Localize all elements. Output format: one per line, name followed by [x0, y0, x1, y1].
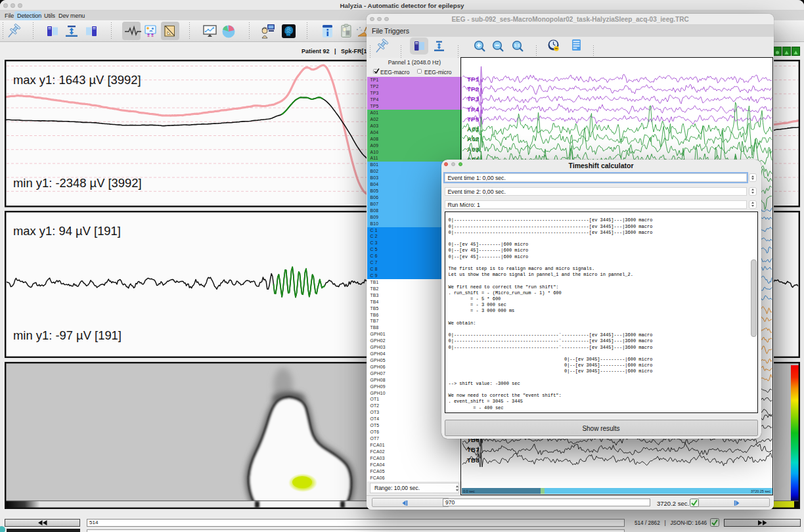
svg-text:min y1: -2348 µV [3992]: min y1: -2348 µV [3992] — [13, 175, 142, 189]
svg-text:max y1: 94 µV [191]: max y1: 94 µV [191] — [13, 224, 121, 238]
svg-text:max y1: 1643 µV [3992]: max y1: 1643 µV [3992] — [13, 72, 141, 86]
svg-text:1:1: 1:1 — [514, 43, 520, 47]
svg-text:min y1: -97 µV [191]: min y1: -97 µV [191] — [13, 328, 122, 342]
